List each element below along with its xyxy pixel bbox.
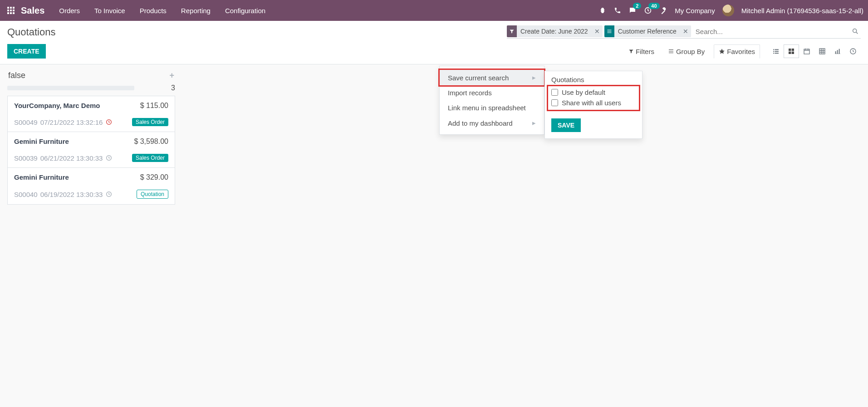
card-meta: S00049 07/21/2022 13:32:16 xyxy=(14,118,113,126)
view-list-icon[interactable] xyxy=(768,44,784,58)
svg-rect-6 xyxy=(7,12,9,14)
company-switcher[interactable]: My Company xyxy=(675,7,715,15)
kanban-count: 3 xyxy=(171,84,175,92)
checkbox-use-by-default[interactable]: Use by default xyxy=(551,87,636,98)
card-meta: S00040 06/19/2022 13:30:33 xyxy=(14,191,113,198)
svg-rect-19 xyxy=(773,51,774,52)
svg-rect-8 xyxy=(13,12,15,14)
svg-rect-17 xyxy=(773,49,774,50)
status-tag: Sales Order xyxy=(132,118,168,126)
svg-rect-23 xyxy=(789,49,791,51)
fav-item-label: Link menu in spreadsheet xyxy=(448,104,526,112)
create-button[interactable]: CREATE xyxy=(7,44,46,59)
svg-rect-12 xyxy=(607,33,611,33)
clock-icon xyxy=(105,118,113,126)
menu-products[interactable]: Products xyxy=(133,1,173,20)
fav-link-spreadsheet[interactable]: Link menu in spreadsheet xyxy=(440,100,544,115)
card-datetime: 06/19/2022 13:30:33 xyxy=(40,191,103,198)
use-default-checkbox[interactable] xyxy=(551,89,558,96)
kanban-quick-create-icon[interactable]: + xyxy=(169,71,174,80)
fav-item-label: Add to my dashboard xyxy=(448,119,513,127)
save-button[interactable]: SAVE xyxy=(551,118,581,132)
search-icon[interactable] xyxy=(850,28,861,35)
svg-rect-20 xyxy=(775,51,779,52)
kanban-view: false + 3 YourCompany, Marc Demo $ 115.0… xyxy=(0,64,868,209)
avatar[interactable] xyxy=(722,5,734,16)
card-customer: YourCompany, Marc Demo xyxy=(14,102,100,109)
svg-rect-15 xyxy=(669,51,673,52)
svg-rect-22 xyxy=(775,53,779,54)
kanban-card[interactable]: YourCompany, Marc Demo $ 115.00 S00049 0… xyxy=(7,96,175,132)
view-kanban-icon[interactable] xyxy=(784,44,799,58)
svg-rect-16 xyxy=(669,53,673,53)
groupby-label: Group By xyxy=(676,48,705,55)
top-nav: Sales Orders To Invoice Products Reporti… xyxy=(0,0,868,21)
facet-remove[interactable]: ✕ xyxy=(680,28,691,35)
view-switcher xyxy=(768,44,861,58)
view-activity-icon[interactable] xyxy=(845,44,861,58)
svg-rect-3 xyxy=(7,10,9,11)
menu-orders[interactable]: Orders xyxy=(53,1,86,20)
systray: 2 40 My Company Mitchell Admin (17694536… xyxy=(598,5,863,16)
svg-rect-1 xyxy=(10,7,12,9)
menu-to-invoice[interactable]: To Invoice xyxy=(88,1,132,20)
fav-import-records[interactable]: Import records xyxy=(440,85,544,100)
svg-rect-0 xyxy=(7,7,9,9)
save-search-submenu: Quotations Use by default Share with all… xyxy=(544,71,642,139)
menu-configuration[interactable]: Configuration xyxy=(219,1,272,20)
status-tag: Sales Order xyxy=(132,154,168,162)
share-all-checkbox[interactable] xyxy=(551,99,558,106)
control-panel: Quotations Create Date: June 2022 ✕ Cust… xyxy=(0,21,868,64)
svg-rect-7 xyxy=(10,12,12,14)
save-search-name[interactable]: Quotations xyxy=(551,76,636,83)
svg-rect-26 xyxy=(792,52,794,54)
favorites-dropdown: Save current search ▸ Import records Lin… xyxy=(439,66,544,135)
filter-icon xyxy=(507,25,517,37)
debug-icon[interactable] xyxy=(598,6,607,15)
kanban-card[interactable]: Gemini Furniture $ 3,598.00 S00039 06/21… xyxy=(7,132,175,168)
view-pivot-icon[interactable] xyxy=(814,44,830,58)
search-box[interactable]: Create Date: June 2022 ✕ Customer Refere… xyxy=(507,25,861,39)
card-datetime: 07/21/2022 13:32:16 xyxy=(40,118,103,126)
kanban-column: false + 3 YourCompany, Marc Demo $ 115.0… xyxy=(7,69,175,205)
menu-reporting[interactable]: Reporting xyxy=(175,1,217,20)
card-amount: $ 115.00 xyxy=(140,102,168,110)
clock-icon xyxy=(105,154,113,162)
kanban-column-title[interactable]: false xyxy=(8,71,25,80)
kanban-progressbar[interactable] xyxy=(7,86,134,90)
view-graph-icon[interactable] xyxy=(830,44,845,58)
activities-icon[interactable]: 40 xyxy=(644,6,652,15)
fav-save-current-search[interactable]: Save current search ▸ xyxy=(438,69,545,87)
favorites-button[interactable]: Favorites xyxy=(714,44,760,59)
fav-add-dashboard[interactable]: Add to my dashboard ▸ xyxy=(440,115,544,131)
app-brand[interactable]: Sales xyxy=(21,5,44,16)
user-menu[interactable]: Mitchell Admin (17694536-saas-15-2-all) xyxy=(741,7,863,15)
search-input[interactable] xyxy=(693,26,848,37)
card-ref: S00040 xyxy=(14,191,38,198)
svg-rect-10 xyxy=(607,30,611,30)
svg-rect-11 xyxy=(607,31,611,32)
facet-create-date: Create Date: June 2022 ✕ xyxy=(507,25,603,37)
svg-rect-28 xyxy=(819,49,825,54)
card-ref: S00039 xyxy=(14,154,38,162)
svg-rect-21 xyxy=(773,53,774,54)
apps-icon[interactable] xyxy=(5,6,17,15)
card-amount: $ 329.00 xyxy=(140,173,168,181)
groupby-button[interactable]: Group By xyxy=(663,44,709,59)
breadcrumb: Quotations xyxy=(7,25,55,38)
svg-rect-29 xyxy=(835,51,836,54)
phone-icon[interactable] xyxy=(614,7,621,14)
facet-remove[interactable]: ✕ xyxy=(592,28,603,35)
checkbox-label: Use by default xyxy=(562,88,605,96)
kanban-card[interactable]: Gemini Furniture $ 329.00 S00040 06/19/2… xyxy=(7,168,175,205)
card-amount: $ 3,598.00 xyxy=(134,137,168,146)
svg-rect-31 xyxy=(839,49,840,54)
svg-point-13 xyxy=(853,29,857,33)
card-customer: Gemini Furniture xyxy=(14,173,69,181)
messaging-icon[interactable]: 2 xyxy=(628,6,637,15)
tools-icon[interactable] xyxy=(659,6,667,15)
view-calendar-icon[interactable] xyxy=(799,44,814,58)
filters-button[interactable]: Filters xyxy=(624,44,659,59)
svg-rect-5 xyxy=(13,10,15,11)
checkbox-share-with-all[interactable]: Share with all users xyxy=(551,98,636,108)
